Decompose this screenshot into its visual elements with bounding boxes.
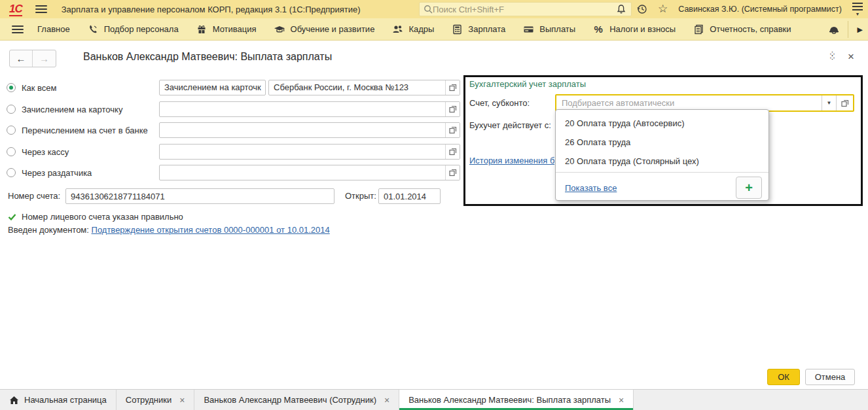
cash-desk-field[interactable]: [159, 144, 460, 160]
add-plus-button[interactable]: +: [736, 177, 762, 199]
titlebar-menu-icon[interactable]: ▼: [852, 3, 863, 16]
radio-bank-account[interactable]: Перечислением на счет в банке: [7, 122, 148, 138]
account-number-field[interactable]: [65, 188, 335, 204]
menu-item-recruitment[interactable]: Подбор персонала: [79, 18, 187, 41]
entered-by-label: Введен документом:: [8, 225, 89, 235]
checkmark-icon: [8, 213, 16, 221]
radio-distributor[interactable]: Через раздатчика: [7, 165, 92, 180]
phone-icon: [87, 24, 99, 35]
open-windows-taskbar: Начальная страница Сотрудники × Ваньков …: [0, 389, 868, 410]
current-user[interactable]: Савинская З.Ю. (Системный программист): [678, 5, 842, 14]
taskbar-tab-employee-card[interactable]: Ваньков Александр Матвеевич (Сотрудник) …: [194, 390, 399, 410]
people-icon: [391, 24, 403, 35]
choose-icon[interactable]: [445, 145, 460, 159]
account-number-label: Номер счета:: [8, 188, 60, 204]
global-search[interactable]: [419, 2, 632, 16]
dropdown-option[interactable]: 20 Оплата труда (Автосервис): [556, 114, 769, 133]
bank-account-field[interactable]: [159, 122, 460, 138]
menu-item-motivation[interactable]: Мотивация: [187, 18, 265, 41]
opened-date-input[interactable]: [379, 189, 440, 203]
radio-icon[interactable]: [7, 147, 16, 156]
taskbar-tab-home[interactable]: Начальная страница: [0, 390, 117, 410]
sections-hamburger-icon[interactable]: [12, 26, 24, 33]
menu-item-main[interactable]: Главное: [29, 18, 79, 41]
taskbar-tab-salary-payment[interactable]: Ваньков Александр Матвеевич: Выплата зар…: [399, 390, 634, 410]
choose-icon[interactable]: [445, 102, 460, 116]
radio-label: Зачислением на карточку: [22, 105, 122, 114]
gift-icon: [196, 24, 208, 35]
radio-icon[interactable]: [7, 83, 16, 92]
report-icon: [693, 24, 704, 35]
tab-close-icon[interactable]: ×: [619, 395, 624, 405]
menu-item-taxes[interactable]: % Налоги и взносы: [584, 18, 684, 41]
validation-message: Номер лицевого счета указан правильно: [22, 212, 183, 222]
radio-as-everyone[interactable]: Как всем: [7, 80, 57, 95]
menu-item-salary[interactable]: Зарплата: [443, 18, 514, 41]
history-icon[interactable]: [637, 4, 647, 14]
calculator-icon: [451, 24, 463, 35]
menubar-expand-icon[interactable]: ▶: [852, 26, 868, 34]
ok-button[interactable]: ОК: [767, 369, 800, 385]
menu-item-reports[interactable]: Отчетность, справки: [684, 18, 799, 41]
show-all-link[interactable]: Показать все: [565, 183, 617, 193]
subconto-dropdown-list: 20 Оплата труда (Автосервис) 26 Оплата т…: [555, 109, 769, 201]
taskbar-tab-employees[interactable]: Сотрудники ×: [117, 390, 195, 410]
menu-item-training[interactable]: Обучение и развитие: [265, 18, 384, 41]
1c-logo-icon: 1С: [9, 3, 22, 16]
history-link[interactable]: История изменения б: [469, 156, 554, 165]
subconto-dropdown-icon[interactable]: ▼: [822, 95, 836, 111]
form-close-icon[interactable]: ×: [848, 50, 854, 63]
favorites-star-icon[interactable]: ☆: [658, 4, 668, 14]
subconto-choose-icon[interactable]: [836, 95, 853, 111]
menu-item-payments[interactable]: Выплаты: [514, 18, 584, 41]
radio-icon[interactable]: [7, 105, 16, 114]
graduation-cap-icon: [274, 24, 285, 35]
account-number-input[interactable]: [66, 189, 334, 203]
titlebar: 1С Зарплата и управление персоналом КОРП…: [0, 0, 868, 18]
radio-label: Через кассу: [22, 147, 69, 157]
search-input[interactable]: [433, 5, 627, 14]
radio-label: Как всем: [22, 83, 57, 93]
radio-icon[interactable]: [7, 168, 16, 177]
tab-close-icon[interactable]: ×: [384, 395, 389, 405]
menu-item-hr[interactable]: Кадры: [383, 18, 443, 41]
choose-icon[interactable]: [445, 123, 460, 137]
radio-cash-desk[interactable]: Через кассу: [7, 144, 69, 160]
subconto-input[interactable]: [556, 95, 822, 111]
more-actions-icon[interactable]: ⁘⁘: [829, 52, 836, 60]
helmet-icon[interactable]: [828, 24, 840, 35]
bank-field[interactable]: Сбербанк России, г. Москва №123: [268, 80, 460, 95]
forward-button[interactable]: →: [33, 50, 56, 67]
subconto-label: Счет, субконто:: [469, 95, 530, 111]
radio-icon[interactable]: [7, 126, 16, 135]
accounting-panel-title: Бухгалтерский учет зарплаты: [469, 79, 586, 89]
percent-icon: %: [592, 24, 604, 35]
app-title: Зарплата и управление персоналом КОРП, р…: [62, 5, 361, 14]
validation-row: Номер лицевого счета указан правильно: [8, 212, 183, 222]
section-menubar: Главное Подбор персонала Мотивация Обуче…: [0, 18, 868, 41]
radio-label: Через раздатчика: [22, 168, 92, 178]
distributor-field[interactable]: [159, 165, 460, 180]
notifications-bell-icon[interactable]: [616, 4, 626, 14]
dropdown-option[interactable]: 26 Оплата труда: [556, 133, 769, 152]
cancel-button[interactable]: Отмена: [805, 369, 855, 385]
payment-kind-field[interactable]: Зачислением на карточк: [159, 80, 266, 95]
search-icon: [424, 5, 433, 14]
effective-date-label: Бухучет действует с:: [469, 118, 551, 133]
radio-label: Перечислением на счет в банке: [22, 126, 148, 135]
entered-by-row: Введен документом: Подтверждение открыти…: [8, 225, 330, 235]
card-icon: [522, 24, 534, 35]
card-transfer-field[interactable]: [159, 101, 460, 117]
dropdown-option[interactable]: 20 Оплата труда (Столярный цех): [556, 152, 769, 171]
radio-card-transfer[interactable]: Зачислением на карточку: [7, 101, 122, 117]
opened-label: Открыт:: [345, 188, 376, 204]
back-button[interactable]: ←: [10, 50, 33, 67]
choose-icon[interactable]: [445, 80, 460, 95]
opened-date-field[interactable]: [378, 188, 441, 204]
tab-close-icon[interactable]: ×: [179, 395, 185, 405]
main-hamburger-icon[interactable]: [35, 5, 47, 13]
confirmation-document-link[interactable]: Подтверждение открытия счетов 0000-00000…: [92, 225, 330, 235]
choose-icon[interactable]: [445, 165, 460, 180]
menubar-divider: [848, 21, 848, 38]
home-icon: [9, 396, 19, 405]
